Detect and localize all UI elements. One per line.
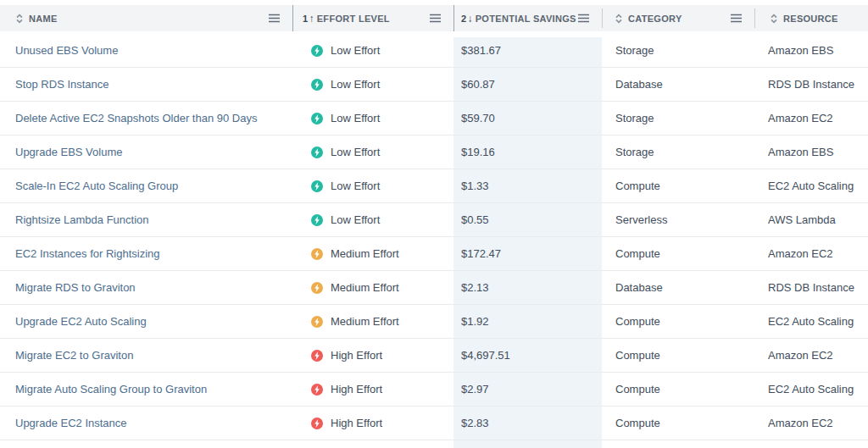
effort-bolt-icon [311,316,323,328]
column-menu-icon[interactable] [731,14,742,23]
table-row[interactable]: Upgrade EC2 Instance High Effort $2.83 C… [0,407,868,440]
effort-label: High Effort [331,383,382,395]
effort-cell: Low Effort [292,169,453,202]
resource-cell: RDS DB Instance [754,271,868,304]
effort-cell: High Effort [292,373,453,406]
savings-cell: $172.47 [453,237,602,270]
column-header-category[interactable]: CATEGORY [602,5,754,31]
effort-label: High Effort [331,349,382,362]
column-menu-icon[interactable] [269,14,280,23]
effort-label: Low Effort [331,44,380,57]
effort-label: Low Effort [331,78,380,91]
table-row[interactable]: Scale-In EC2 Auto Scaling Group Low Effo… [0,169,868,203]
effort-bolt-icon [311,214,323,226]
resource-cell: Amazon EC2 [754,407,868,440]
table-row[interactable]: Migrate Auto Scaling Group to Graviton H… [0,373,868,407]
savings-cell: $1.92 [453,305,602,338]
effort-label: Low Effort [331,180,380,192]
effort-cell: Low Effort [292,102,453,135]
table-row[interactable]: Stop RDS Instance Low Effort $60.87 Data… [0,68,868,102]
recommendations-table: NAME 1 ↑ EFFORT LEVEL 2 ↓ POTENTIAL SAVI… [0,5,868,448]
sort-icon [15,14,24,24]
column-label: NAME [29,14,58,24]
effort-bolt-icon [311,45,323,57]
effort-cell: Medium Effort [292,271,453,304]
savings-cell: $59.70 [453,102,602,135]
sort-asc-icon: ↑ [309,13,314,25]
recommendation-name-link[interactable]: Migrate Auto Scaling Group to Graviton [0,373,292,406]
column-menu-icon[interactable] [430,14,441,23]
column-divider [602,8,603,28]
savings-cell: $2.83 [453,407,602,440]
category-cell: Compute [602,305,754,338]
effort-cell: High Effort [292,407,453,440]
resource-cell: EC2 Auto Scaling [754,169,868,202]
table-row[interactable]: Rightsize Lambda Function Low Effort $0.… [0,203,868,237]
effort-label: Low Effort [331,146,380,158]
effort-label: Low Effort [331,112,380,124]
table-row[interactable]: Migrate RDS to Graviton Medium Effort $2… [0,271,868,305]
table-row[interactable]: Migrate EC2 to Graviton High Effort $4,6… [0,339,868,373]
resource-cell: EC2 Auto Scaling [754,373,868,406]
recommendation-name-link[interactable]: Stop RDS Instance [0,68,292,101]
table-body: Unused EBS Volume Low Effort $381.67 Sto… [0,34,868,440]
savings-cell: $0.55 [453,203,602,236]
recommendation-name-link[interactable]: Migrate RDS to Graviton [0,271,292,304]
table-row[interactable]: Unused EBS Volume Low Effort $381.67 Sto… [0,34,868,68]
table-row[interactable]: Delete Active EC2 Snapshots Older than 9… [0,102,868,136]
column-menu-icon[interactable] [578,14,589,23]
column-divider [453,5,454,31]
table-row[interactable]: EC2 Instances for Rightsizing Medium Eff… [0,237,868,271]
savings-cell: $4,697.51 [453,339,602,372]
recommendation-name-link[interactable]: Rightsize Lambda Function [0,203,292,236]
column-label: POTENTIAL SAVINGS [476,14,576,24]
category-cell: Compute [602,169,754,202]
recommendation-name-link[interactable]: Upgrade EBS Volume [0,136,292,169]
effort-bolt-icon [311,248,323,260]
column-divider [754,8,755,28]
effort-cell: Low Effort [292,136,453,169]
category-cell: Compute [602,339,754,372]
savings-cell: $2.13 [453,271,602,304]
column-header-resource[interactable]: RESOURCE [754,5,868,31]
sort-desc-icon: ↓ [467,13,472,25]
savings-cell: $1.33 [453,169,602,202]
effort-cell: Low Effort [292,203,453,236]
category-cell: Storage [602,34,754,67]
effort-label: Low Effort [331,213,380,226]
category-cell: Database [602,68,754,101]
effort-label: Medium Effort [331,315,399,328]
effort-cell: Medium Effort [292,305,453,338]
recommendation-name-link[interactable]: Delete Active EC2 Snapshots Older than 9… [0,102,292,135]
table-row[interactable]: Upgrade EC2 Auto Scaling Medium Effort $… [0,305,868,339]
category-cell: Compute [602,373,754,406]
effort-label: Medium Effort [331,281,399,294]
recommendation-name-link[interactable]: Upgrade EC2 Auto Scaling [0,305,292,338]
column-header-effort-level[interactable]: 1 ↑ EFFORT LEVEL [292,5,453,31]
recommendation-name-link[interactable]: Scale-In EC2 Auto Scaling Group [0,169,292,202]
sort-order-badge: 1 [303,14,308,24]
effort-bolt-icon [311,180,323,192]
recommendation-name-link[interactable]: Upgrade EC2 Instance [0,407,292,440]
sort-icon [615,14,623,24]
resource-cell: Amazon EC2 [754,339,868,372]
effort-label: Medium Effort [331,247,399,260]
recommendation-name-link[interactable]: Unused EBS Volume [0,34,292,67]
recommendation-name-link[interactable]: EC2 Instances for Rightsizing [0,237,292,270]
column-header-potential-savings[interactable]: 2 ↓ POTENTIAL SAVINGS [453,5,602,31]
category-cell: Storage [602,136,754,169]
effort-bolt-icon [311,147,323,158]
column-header-name[interactable]: NAME [0,5,292,31]
table-row[interactable]: Upgrade EBS Volume Low Effort $19.16 Sto… [0,136,868,169]
recommendation-name-link[interactable]: Migrate EC2 to Graviton [0,339,292,372]
effort-bolt-icon [311,418,323,429]
effort-label: High Effort [331,417,382,429]
effort-cell: Low Effort [292,68,453,101]
resource-cell: EC2 Auto Scaling [754,305,868,338]
savings-cell: $381.67 [453,34,602,67]
column-label: EFFORT LEVEL [317,14,390,24]
resource-cell: Amazon EC2 [754,102,868,135]
category-cell: Compute [602,407,754,440]
sort-order-badge: 2 [461,14,466,24]
category-cell: Serverless [602,203,754,236]
